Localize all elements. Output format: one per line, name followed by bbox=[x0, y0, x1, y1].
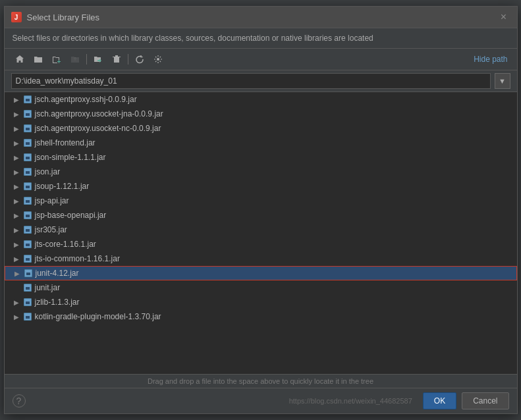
jar-icon bbox=[23, 225, 32, 234]
jar-icon bbox=[23, 240, 32, 249]
folder-toolbar-btn[interactable] bbox=[30, 51, 47, 67]
tree-item[interactable]: ▶jsch.agentproxy.sshj-0.0.9.jar bbox=[5, 92, 517, 107]
jar-icon bbox=[23, 298, 32, 307]
item-name: kotlin-gradle-plugin-model-1.3.70.jar bbox=[35, 312, 161, 321]
expand-arrow-icon: ▶ bbox=[13, 111, 20, 118]
tree-item[interactable]: ▶jsr305.jar bbox=[5, 223, 517, 237]
delete-toolbar-btn[interactable] bbox=[108, 51, 125, 67]
settings-toolbar-btn[interactable] bbox=[150, 51, 167, 67]
item-name: jts-core-1.16.1.jar bbox=[35, 240, 96, 249]
svg-point-0 bbox=[157, 58, 159, 61]
jar-icon bbox=[23, 196, 32, 205]
item-name: jsch.agentproxy.usocket-jna-0.0.9.jar bbox=[35, 109, 163, 118]
tree-item[interactable]: ▶jts-core-1.16.1.jar bbox=[5, 237, 517, 251]
expand-arrow-icon: ▶ bbox=[13, 169, 20, 176]
expand-arrow-icon: ▶ bbox=[13, 96, 20, 103]
expand-arrow-icon: ▶ bbox=[13, 140, 20, 147]
jar-icon bbox=[23, 254, 32, 263]
select-library-files-dialog: J Select Library Files × Select files or… bbox=[4, 6, 518, 414]
refresh-toolbar-btn[interactable] bbox=[131, 51, 148, 67]
drag-drop-hint: Drag and drop a file into the space abov… bbox=[5, 374, 517, 388]
tree-item[interactable]: ▶jts-io-common-1.16.1.jar bbox=[5, 251, 517, 266]
tree-item[interactable]: ▶jshell-frontend.jar bbox=[5, 136, 517, 150]
item-name: junit.jar bbox=[35, 283, 61, 292]
expand-arrow-icon: ▶ bbox=[13, 226, 20, 234]
jar-icon bbox=[23, 182, 32, 191]
ok-button[interactable]: OK bbox=[423, 392, 456, 409]
tree-item[interactable]: ▶jsch.agentproxy.usocket-jna-0.0.9.jar bbox=[5, 107, 517, 121]
help-button[interactable]: ? bbox=[13, 394, 26, 407]
tree-item[interactable]: ▶jsch.agentproxy.usocket-nc-0.0.9.jar bbox=[5, 121, 517, 136]
title-bar: J Select Library Files × bbox=[5, 7, 517, 28]
toolbar-divider-1 bbox=[86, 54, 87, 65]
file-tree[interactable]: ▶jsch.agentproxy.sshj-0.0.9.jar▶jsch.age… bbox=[5, 92, 517, 374]
tree-item[interactable]: ▶json.jar bbox=[5, 165, 517, 179]
tree-item[interactable]: ▶junit-4.12.jar bbox=[5, 266, 517, 280]
tree-item[interactable]: ▶jsp-api.jar bbox=[5, 194, 517, 208]
item-name: json-simple-1.1.1.jar bbox=[35, 153, 106, 162]
item-name: jsch.agentproxy.sshj-0.0.9.jar bbox=[35, 95, 137, 104]
expand-arrow-icon: ▶ bbox=[13, 197, 20, 205]
folder-link-toolbar-btn[interactable] bbox=[90, 51, 107, 67]
jar-icon bbox=[24, 269, 33, 278]
watermark-text: https://blog.csdn.net/weixin_44682587 bbox=[289, 397, 412, 405]
expand-arrow-icon: ▶ bbox=[13, 270, 21, 277]
expand-arrow-icon: ▶ bbox=[13, 255, 20, 263]
expand-arrow-icon: ▶ bbox=[13, 299, 20, 306]
path-input[interactable] bbox=[11, 73, 491, 89]
jar-icon bbox=[23, 124, 32, 133]
app-icon: J bbox=[11, 12, 22, 22]
jar-icon bbox=[23, 109, 32, 118]
jar-icon bbox=[23, 153, 32, 162]
jar-icon bbox=[23, 167, 32, 176]
tree-item[interactable]: ▶json-simple-1.1.1.jar bbox=[5, 150, 517, 165]
expand-arrow-icon: ▶ bbox=[13, 183, 20, 190]
folder-up-toolbar-btn[interactable] bbox=[67, 51, 84, 67]
expand-arrow-icon: ▶ bbox=[13, 241, 20, 248]
close-button[interactable]: × bbox=[497, 11, 510, 24]
item-name: jzlib-1.1.3.jar bbox=[35, 298, 80, 307]
item-name: jshell-frontend.jar bbox=[35, 138, 96, 147]
item-name: junit-4.12.jar bbox=[36, 269, 79, 278]
item-name: jsr305.jar bbox=[35, 225, 67, 234]
dialog-title: Select Library Files bbox=[27, 13, 100, 22]
title-bar-left: J Select Library Files bbox=[11, 12, 100, 22]
item-name: jsp-api.jar bbox=[35, 196, 69, 205]
tree-item[interactable]: ▶jsoup-1.12.1.jar bbox=[5, 179, 517, 194]
home-toolbar-btn[interactable] bbox=[11, 51, 28, 67]
tree-item[interactable]: ▶jzlib-1.1.3.jar bbox=[5, 295, 517, 309]
jar-icon bbox=[23, 95, 32, 104]
item-name: jsoup-1.12.1.jar bbox=[35, 182, 90, 191]
hide-path-button[interactable]: Hide path bbox=[471, 53, 510, 65]
item-name: jsp-base-openapi.jar bbox=[35, 211, 107, 220]
tree-item[interactable]: junit.jar bbox=[5, 280, 517, 295]
new-folder-toolbar-btn[interactable] bbox=[48, 51, 65, 67]
expand-arrow-icon: ▶ bbox=[13, 154, 20, 161]
item-name: jts-io-common-1.16.1.jar bbox=[35, 254, 120, 263]
item-name: json.jar bbox=[35, 167, 61, 176]
jar-icon bbox=[23, 283, 32, 292]
footer: ? https://blog.csdn.net/weixin_44682587 … bbox=[5, 388, 517, 413]
dialog-subtitle: Select files or directories in which lib… bbox=[5, 28, 517, 49]
toolbar-buttons bbox=[11, 51, 167, 67]
jar-icon bbox=[23, 312, 32, 321]
expand-arrow-icon: ▶ bbox=[13, 125, 20, 132]
item-name: jsch.agentproxy.usocket-nc-0.0.9.jar bbox=[35, 124, 161, 133]
expand-arrow-icon: ▶ bbox=[13, 212, 20, 219]
path-expand-button[interactable]: ▼ bbox=[495, 73, 510, 89]
cancel-button[interactable]: Cancel bbox=[462, 392, 508, 409]
expand-arrow-icon: ▶ bbox=[13, 313, 20, 321]
tree-item[interactable]: ▶kotlin-gradle-plugin-model-1.3.70.jar bbox=[5, 309, 517, 324]
footer-right: https://blog.csdn.net/weixin_44682587 OK… bbox=[289, 392, 509, 409]
jar-icon bbox=[23, 211, 32, 220]
tree-item[interactable]: ▶jsp-base-openapi.jar bbox=[5, 208, 517, 223]
jar-icon bbox=[23, 138, 32, 147]
path-bar: ▼ bbox=[5, 70, 517, 92]
toolbar: Hide path bbox=[5, 49, 517, 70]
toolbar-divider-2 bbox=[128, 54, 128, 65]
